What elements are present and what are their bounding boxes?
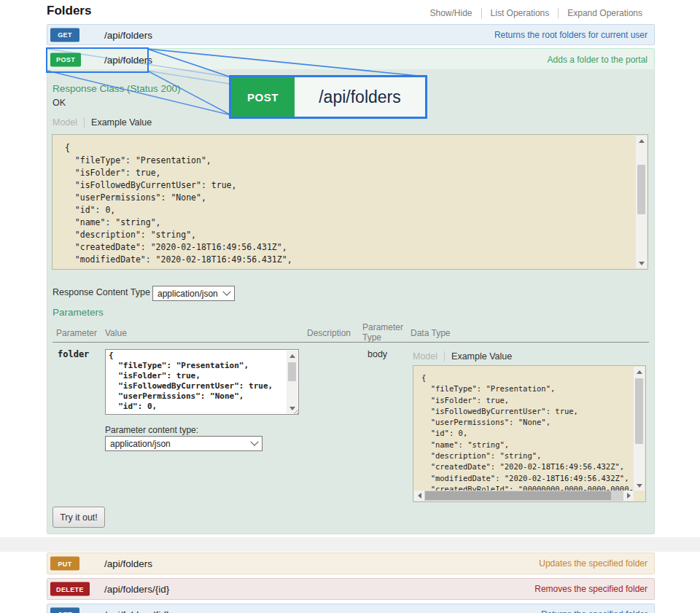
scroll-down-icon[interactable] bbox=[636, 258, 647, 268]
tab-model[interactable]: Model bbox=[52, 117, 77, 128]
page-title: Folders bbox=[47, 4, 91, 18]
tab-model[interactable]: Model bbox=[413, 351, 438, 362]
data-type-example-codeblock: { "fileType": "Presentation", "isFolder"… bbox=[413, 365, 646, 502]
tab-divider bbox=[444, 351, 445, 362]
put-summary-link[interactable]: Updates the specified folder bbox=[539, 558, 648, 569]
parameter-value-json: { "fileType": "Presentation", "isFolder"… bbox=[106, 350, 298, 413]
data-type-horizontal-scrollbar[interactable] bbox=[414, 491, 634, 501]
delete-path-link[interactable]: /api/folders/{id} bbox=[104, 584, 169, 595]
parameter-type-value: body bbox=[368, 349, 387, 359]
response-content-type-value: application/json bbox=[158, 289, 218, 299]
textarea-vertical-scrollbar[interactable] bbox=[287, 351, 298, 413]
delete-summary-link[interactable]: Removes the specified folder bbox=[534, 584, 648, 594]
try-it-out-button[interactable]: Try it out! bbox=[52, 507, 105, 528]
parameter-content-type-value: application/json bbox=[110, 439, 171, 449]
operation-row-delete-folder[interactable]: DELETE /api/folders/{id} Removes the spe… bbox=[47, 578, 655, 600]
scroll-up-icon[interactable] bbox=[636, 136, 647, 146]
operation-row-get-folder-by-id[interactable]: GET /api/folders/{id} Returns the specif… bbox=[47, 604, 655, 613]
swagger-ui-page: Folders Show/Hide List Operations Expand… bbox=[0, 0, 700, 613]
chevron-down-icon bbox=[222, 287, 230, 295]
parameter-content-type-select[interactable]: application/json bbox=[105, 436, 262, 451]
data-type-example-json: { "fileType": "Presentation", "isFolder"… bbox=[414, 367, 634, 491]
show-hide-link[interactable]: Show/Hide bbox=[421, 8, 481, 18]
list-operations-link[interactable]: List Operations bbox=[481, 8, 559, 18]
magnifier-source-highlight-box bbox=[46, 47, 149, 73]
magnified-post-callout: POST /api/folders bbox=[229, 75, 427, 119]
post-operation-detail-panel: Response Class (Status 200) OK Model Exa… bbox=[47, 69, 655, 534]
response-content-type-label: Response Content Type bbox=[52, 287, 150, 297]
parameter-name: folder bbox=[58, 349, 89, 359]
get-by-id-path-link[interactable]: /api/folders/{id} bbox=[104, 609, 169, 613]
parameters-heading: Parameters bbox=[52, 307, 104, 318]
section-divider-band bbox=[0, 537, 700, 552]
get-method-badge[interactable]: GET bbox=[50, 28, 79, 42]
chevron-down-icon bbox=[250, 437, 258, 445]
scroll-up-icon[interactable] bbox=[634, 367, 645, 377]
delete-method-badge[interactable]: DELETE bbox=[50, 582, 90, 596]
table-header-rule bbox=[52, 342, 649, 343]
put-path-link[interactable]: /api/folders bbox=[104, 558, 152, 569]
scroll-down-icon[interactable] bbox=[634, 480, 645, 491]
parameter-content-type-label: Parameter content type: bbox=[105, 425, 198, 435]
tab-example-value[interactable]: Example Value bbox=[91, 117, 152, 128]
scrollbar-thumb[interactable] bbox=[425, 491, 611, 500]
col-header-parameter-type: Parameter Type bbox=[362, 322, 405, 343]
scrollbar-thumb[interactable] bbox=[635, 378, 643, 444]
put-method-badge[interactable]: PUT bbox=[50, 557, 79, 571]
response-example-vertical-scrollbar[interactable] bbox=[636, 136, 647, 268]
scroll-up-icon[interactable] bbox=[287, 351, 298, 361]
response-tabs: Model Example Value bbox=[52, 117, 152, 128]
operations-nav: Show/Hide List Operations Expand Operati… bbox=[421, 8, 651, 18]
operation-row-put-folders[interactable]: PUT /api/folders Updates the specified f… bbox=[47, 553, 655, 574]
scroll-left-icon[interactable] bbox=[414, 491, 424, 501]
response-status-text: OK bbox=[52, 98, 66, 108]
response-example-json: { "fileType": "Presentation", "isFolder"… bbox=[52, 135, 648, 266]
data-type-tabs: Model Example Value bbox=[413, 351, 512, 362]
response-content-type-select[interactable]: application/json bbox=[152, 286, 235, 301]
get-summary-link[interactable]: Returns the root folders for current use… bbox=[494, 30, 648, 40]
response-example-codeblock: { "fileType": "Presentation", "isFolder"… bbox=[52, 134, 648, 270]
col-header-parameter: Parameter bbox=[56, 328, 97, 338]
post-method-badge-magnified: POST bbox=[231, 77, 295, 117]
parameter-value-textarea[interactable]: { "fileType": "Presentation", "isFolder"… bbox=[105, 349, 299, 415]
post-summary-link[interactable]: Adds a folder to the portal bbox=[548, 55, 648, 65]
col-header-description: Description bbox=[307, 328, 351, 338]
scrollbar-thumb[interactable] bbox=[637, 165, 645, 214]
data-type-vertical-scrollbar[interactable] bbox=[634, 367, 645, 491]
post-path-magnified: /api/folders bbox=[295, 77, 425, 117]
expand-operations-link[interactable]: Expand Operations bbox=[558, 8, 651, 18]
scroll-right-icon[interactable] bbox=[623, 491, 634, 501]
get-method-badge[interactable]: GET bbox=[50, 607, 79, 613]
tab-example-value[interactable]: Example Value bbox=[451, 351, 512, 362]
scrollbar-thumb[interactable] bbox=[288, 362, 296, 381]
get-path-link[interactable]: /api/folders bbox=[104, 29, 152, 40]
tab-divider bbox=[84, 117, 85, 128]
response-class-heading: Response Class (Status 200) bbox=[52, 83, 181, 94]
col-header-value: Value bbox=[105, 328, 127, 338]
col-header-data-type: Data Type bbox=[411, 328, 450, 338]
operation-row-get-folders[interactable]: GET /api/folders Returns the root folder… bbox=[47, 24, 655, 45]
get-by-id-summary-link[interactable]: Returns the specified folder bbox=[541, 609, 648, 613]
